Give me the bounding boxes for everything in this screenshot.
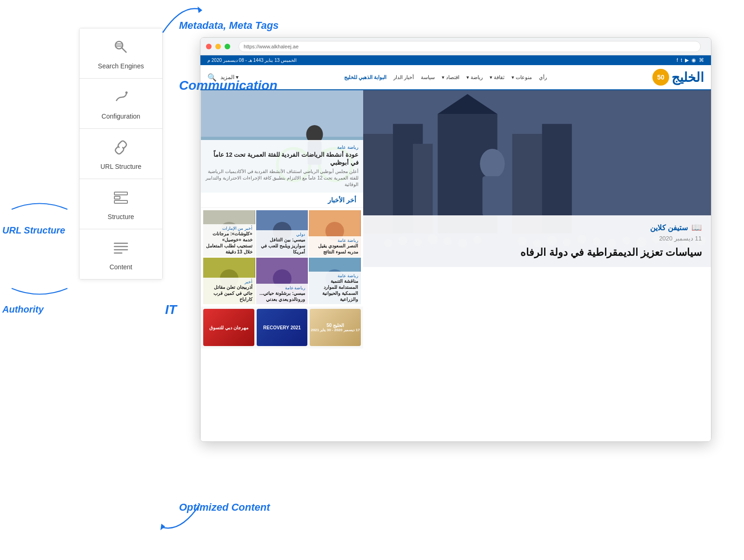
browser-url-text: https://www.alkhaleej.ae [244,44,299,49]
svg-rect-24 [482,176,502,216]
url-structure-label: URL Structure [100,163,141,170]
authority-annotation: Authority [2,274,77,315]
main-article[interactable]: 📖 ستيفن كلاين 11 ديسمبر 2020 سياسات تعزي… [363,90,711,267]
browser-maximize-dot[interactable] [225,44,230,49]
search-engines-icon [113,39,129,58]
svg-point-23 [480,149,505,179]
main-nav: رأي منوعات ▾ ثقافة ▾ رياضة ▾ اقتصاد ▾ سي… [344,74,547,80]
social-icons-bar: f t ▶ ◉ ⌘ [677,57,704,63]
svg-rect-10 [114,200,127,203]
browser-chrome: https://www.alkhaleej.ae [200,38,711,55]
grid-cat-2: دولي [259,232,306,237]
news-header-date: الخميس 13 يناير 1443 هـ - 08 ديسمبر 2020… [207,58,297,63]
nav-sports[interactable]: رياضة ▾ [466,74,483,80]
main-container: Metadata, Meta Tags Communication Optimi… [0,0,744,560]
news-grid-item-4[interactable]: رياضة عامة مناقشة التنمية المستدامة للمو… [309,258,361,304]
configuration-label: Configuration [101,113,140,120]
nav-politics[interactable]: سياسة [421,74,435,80]
banner-3-text: مهرجان دبي للتسوق [209,325,248,330]
logo-text: الخليج [671,70,704,85]
news-main-column: 📖 ستيفن كلاين 11 ديسمبر 2020 سياسات تعزي… [363,90,711,439]
search-engines-label: Search Engines [98,62,144,70]
svg-line-3 [122,48,126,53]
grid-overlay-5: رياضة عامة ميسي: برشلونة حياتي... ورونال… [256,284,308,304]
structure-label: Structure [108,213,134,220]
configuration-icon [113,89,129,108]
svg-rect-9 [114,196,120,199]
news-grid-item-6[interactable]: أخبر أذربيجان تعلن مقاتل جاثي في كمين قر… [203,258,255,304]
url-structure-annotation: URL Structure [2,195,77,236]
grid-title-1: النصر السعودي يقيل مدربه لسوء النتائج [312,243,358,255]
browser-url-bar[interactable]: https://www.alkhaleej.ae [239,41,701,52]
grid-overlay-3: أخبر من الإمارات «كلوشات»: مرجانات خدمة … [203,224,255,257]
grid-cat-6: أخبر [206,280,252,284]
banner-3[interactable]: مهرجان دبي للتسوق [203,309,254,346]
sidebar-item-url-structure[interactable]: URL Structure [80,129,162,179]
grid-title-5: ميسي: برشلونة حياتي... ورونالدو يعدي بعد… [259,290,306,302]
latest-news-title: أخر الأخبار [201,193,363,208]
nav-opinion[interactable]: رأي [539,74,547,80]
sidebar-item-configuration[interactable]: Configuration [80,79,162,129]
news-sidebar-right: رياضة عامة عودة أنشطة الرياضات الفردية ل… [200,90,363,439]
svg-marker-1 [160,524,165,530]
news-content-area: 📖 ستيفن كلاين 11 ديسمبر 2020 سياسات تعزي… [200,90,711,439]
url-annotation-text: URL Structure [2,225,77,236]
side-article-title: عودة أنشطة الرياضات الفردية للفئة العمري… [206,151,359,167]
nav-variety[interactable]: منوعات ▾ [512,74,532,80]
tw-icon[interactable]: t [681,57,682,63]
svg-rect-8 [114,192,127,195]
sidebar-item-search-engines[interactable]: Search Engines [80,28,162,79]
nav-culture[interactable]: ثقافة ▾ [490,74,505,80]
grid-title-2: ميسي: بين التنافل سواريز ويلمح للعب في أ… [259,237,306,255]
news-grid-item-2[interactable]: دولي ميسي: بين التنافل سواريز ويلمح للعب… [256,210,308,257]
grid-title-4: مناقشة التنمية المستدامة للموارد السمكية… [312,278,358,302]
news-grid-item-1[interactable]: رياضة عامة النصر السعودي يقيل مدربه لسوء… [309,210,361,257]
side-top-article[interactable]: رياضة عامة عودة أنشطة الرياضات الفردية ل… [201,90,363,193]
communication-label: Communication [179,78,278,93]
content-icon [113,240,129,259]
article-author: 📖 ستيفن كلاين [372,222,702,233]
grid-cat-3: أخبر من الإمارات [206,226,252,231]
structure-icon [113,189,129,208]
sidebar: Search Engines Configuration URL Structu… [79,28,163,280]
url-structure-icon [113,139,129,158]
sidebar-item-content[interactable]: Content [80,229,162,279]
banner-1[interactable]: الخليج 50 17 ديسمبر 2020 - 30 يناير 2021 [310,309,361,346]
news-header-top-bar: الخميس 13 يناير 1443 هـ - 08 ديسمبر 2020… [200,55,711,65]
nav-gulf-main[interactable]: البوابة الذهبي للخليج [344,74,386,80]
browser-minimize-dot[interactable] [215,44,221,49]
news-grid-item-3[interactable]: أخبر من الإمارات «كلوشات»: مرجانات خدمة … [203,210,255,257]
grid-title-6: أذربيجان تعلن مقاتل جاثي في كمين قرب كار… [206,284,252,302]
side-article-desc: أعلن مجلس أبوظبي الرياضي استئناف الأنشطة… [206,168,359,188]
grid-title-3: «كلوشات»: مرجانات خدمة «خوصيل» تستجيب لط… [206,231,252,255]
yt-icon[interactable]: ▶ [685,57,689,63]
grid-cat-4: رياضة عامة [312,273,358,278]
banner-2-text: 2021 RECOVERY [263,325,301,330]
fb-icon[interactable]: f [677,57,678,63]
it-label: IT [165,302,177,317]
article-date: 11 ديسمبر 2020 [372,235,702,242]
rss-icon[interactable]: ⌘ [699,57,704,63]
ig-icon[interactable]: ◉ [691,57,696,63]
browser-window: https://www.alkhaleej.ae الخميس 13 يناير… [200,37,711,442]
grid-cat-1: رياضة عامة [312,238,358,243]
optimized-content-label: Optimized Content [179,501,270,513]
nav-local-news[interactable]: أخبار الدار [393,74,414,80]
side-article-category: رياضة عامة [206,145,359,150]
bottom-banners: الخليج 50 17 ديسمبر 2020 - 30 يناير 2021… [201,307,363,348]
grid-overlay-1: رياضة عامة النصر السعودي يقيل مدربه لسوء… [309,236,361,257]
main-article-overlay: 📖 ستيفن كلاين 11 ديسمبر 2020 سياسات تعزي… [363,215,711,267]
grid-overlay-4: رياضة عامة مناقشة التنمية المستدامة للمو… [309,272,361,304]
article-title: سياسات تعزيز الديمقراطية في دولة الرفاه [372,246,702,260]
banner-1-text: الخليج 50 17 ديسمبر 2020 - 30 يناير 2021 [311,323,359,332]
news-grid-item-5[interactable]: رياضة عامة ميسي: برشلونة حياتي... ورونال… [256,258,308,304]
sidebar-item-structure[interactable]: Structure [80,179,162,229]
news-grid: رياضة عامة النصر السعودي يقيل مدربه لسوء… [201,208,363,307]
nav-economy[interactable]: اقتصاد ▾ [442,74,459,80]
news-site: الخميس 13 يناير 1443 هـ - 08 ديسمبر 2020… [200,55,711,441]
content-label: Content [109,263,132,271]
authority-annotation-text: Authority [2,304,77,315]
banner-2[interactable]: 2021 RECOVERY [257,309,308,346]
top-arrow [153,0,209,37]
browser-close-dot[interactable] [206,44,212,49]
